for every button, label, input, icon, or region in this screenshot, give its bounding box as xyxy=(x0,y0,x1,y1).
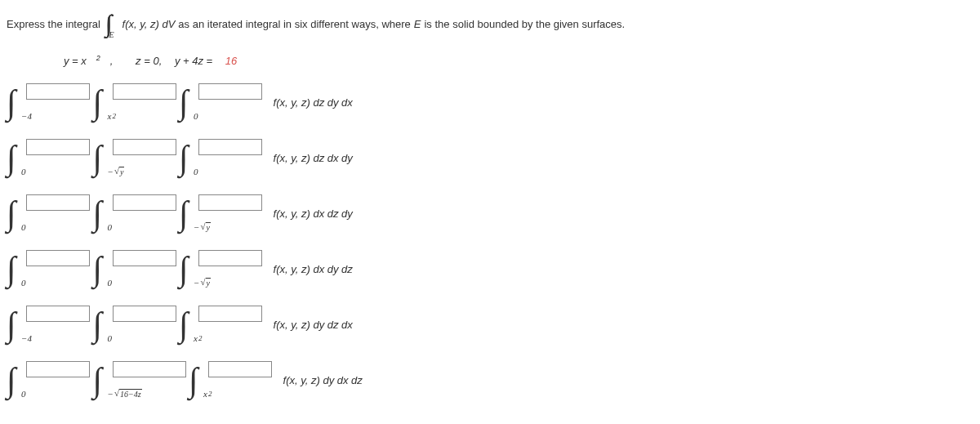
upper-limit-input[interactable] xyxy=(26,139,90,155)
integral-group: ∫0 xyxy=(7,252,88,286)
text-prefix: Express the integral xyxy=(7,18,100,30)
integral-sign-icon: ∫−y xyxy=(179,196,189,230)
lower-limit: −y xyxy=(194,278,211,288)
integral-sign-icon: ∫−4 xyxy=(7,85,16,119)
integral-sign-icon: ∫0 xyxy=(93,196,103,230)
integral-row: ∫0∫0∫−yf(x, y, z) dx dz dy xyxy=(7,196,973,230)
text-suffix: is the solid bounded by the given surfac… xyxy=(424,18,625,30)
upper-limit-input[interactable] xyxy=(208,361,272,377)
upper-limit-input[interactable] xyxy=(198,194,262,211)
upper-limit-input[interactable] xyxy=(26,83,90,100)
lower-limit: −16−4z xyxy=(108,389,142,399)
lower-limit: 0 xyxy=(108,223,113,232)
integral-sign-icon: ∫x2 xyxy=(93,85,103,119)
integral-sign-icon: ∫−y xyxy=(93,141,103,175)
upper-limit-input[interactable] xyxy=(113,83,176,100)
region-letter: E xyxy=(414,18,421,30)
upper-limit-input[interactable] xyxy=(113,139,176,155)
integral-group: ∫0 xyxy=(93,307,175,341)
integrand-order: f(x, y, z) dx dy dz xyxy=(274,263,353,275)
lower-limit: −y xyxy=(194,222,211,232)
integral-group: ∫x2 xyxy=(93,85,175,119)
integrand-order: f(x, y, z) dy dz dx xyxy=(274,319,353,331)
integrand: f(x, y, z) dV xyxy=(122,18,176,30)
integral-group: ∫0 xyxy=(179,141,261,175)
integral-group: ∫0 xyxy=(7,196,88,230)
integral-sign-icon: ∫x2 xyxy=(189,363,198,397)
lower-limit: −y xyxy=(108,167,125,176)
integral-group: ∫−4 xyxy=(7,85,88,119)
lower-limit: x2 xyxy=(108,112,116,121)
triple-integral-icon: ∫∫∫E xyxy=(105,10,106,38)
lower-limit: 0 xyxy=(194,167,198,176)
integral-sign-icon: ∫0 xyxy=(7,363,16,397)
integral-sign-icon: ∫−4 xyxy=(7,307,16,341)
integral-group: ∫x2 xyxy=(179,307,261,341)
upper-limit-input[interactable] xyxy=(113,250,176,266)
integral-group: ∫0 xyxy=(7,141,88,175)
upper-limit-input[interactable] xyxy=(113,306,176,322)
integral-row: ∫−4∫0∫x2f(x, y, z) dy dz dx xyxy=(7,307,973,341)
eq3: y + 4z = 16 xyxy=(175,55,247,67)
integral-group: ∫−y xyxy=(93,141,175,175)
lower-limit: 0 xyxy=(21,390,26,399)
integral-group: ∫0 xyxy=(179,85,261,119)
lower-limit: x2 xyxy=(194,334,202,343)
integral-row: ∫0∫−y∫0f(x, y, z) dz dx dy xyxy=(7,141,973,175)
lower-limit: 0 xyxy=(108,279,113,288)
integral-sign-icon: ∫x2 xyxy=(179,307,189,341)
integral-group: ∫0 xyxy=(7,363,88,397)
integral-row: ∫0∫0∫−yf(x, y, z) dx dy dz xyxy=(7,252,973,286)
upper-limit-input[interactable] xyxy=(198,83,262,100)
lower-limit: x2 xyxy=(203,390,212,399)
integrand-order: f(x, y, z) dy dx dz xyxy=(283,374,363,386)
lower-limit: 0 xyxy=(194,112,198,121)
integral-row: ∫−4∫x2∫0f(x, y, z) dz dy dx xyxy=(7,85,973,119)
integral-row: ∫0∫−16−4z∫x2f(x, y, z) dy dx dz xyxy=(7,363,973,397)
lower-limit: −4 xyxy=(21,334,32,343)
problem-statement: Express the integral ∫∫∫E f(x, y, z) dV … xyxy=(7,10,973,38)
upper-limit-input[interactable] xyxy=(198,306,262,322)
eq2: z = 0, xyxy=(136,55,162,67)
upper-limit-input[interactable] xyxy=(198,139,262,155)
upper-limit-input[interactable] xyxy=(113,361,186,377)
text-middle: as an iterated integral in six different… xyxy=(178,18,410,30)
upper-limit-input[interactable] xyxy=(26,194,90,211)
integral-sign-icon: ∫0 xyxy=(179,141,189,175)
integral-sign-icon: ∫0 xyxy=(7,252,16,286)
lower-limit: −4 xyxy=(21,112,32,121)
integral-sign-icon: ∫0 xyxy=(7,196,16,230)
upper-limit-input[interactable] xyxy=(26,306,90,322)
integral-group: ∫−4 xyxy=(7,307,88,341)
integral-group: ∫−y xyxy=(179,196,261,230)
integral-sign-icon: ∫0 xyxy=(93,307,103,341)
lower-limit: 0 xyxy=(21,167,26,176)
upper-limit-input[interactable] xyxy=(198,250,262,266)
integral-group: ∫−16−4z xyxy=(93,363,185,397)
upper-limit-input[interactable] xyxy=(26,250,90,266)
upper-limit-input[interactable] xyxy=(113,194,176,211)
integrand-order: f(x, y, z) dx dz dy xyxy=(274,208,353,220)
integral-sign-icon: ∫0 xyxy=(179,85,189,119)
integral-group: ∫0 xyxy=(93,252,175,286)
integral-group: ∫−y xyxy=(179,252,261,286)
eq1: y = x2, xyxy=(64,55,122,67)
integral-rows: ∫−4∫x2∫0f(x, y, z) dz dy dx∫0∫−y∫0f(x, y… xyxy=(7,85,973,397)
surface-equations: y = x2, z = 0, y + 4z = 16 xyxy=(64,54,973,67)
integral-sign-icon: ∫0 xyxy=(7,141,16,175)
integrand-order: f(x, y, z) dz dx dy xyxy=(274,152,353,164)
lower-limit: 0 xyxy=(21,223,26,232)
lower-limit: 0 xyxy=(108,334,113,343)
lower-limit: 0 xyxy=(21,279,26,288)
integral-sign-icon: ∫−16−4z xyxy=(93,363,103,397)
integrand-order: f(x, y, z) dz dy dx xyxy=(274,96,353,109)
integral-group: ∫x2 xyxy=(189,363,270,397)
integral-group: ∫0 xyxy=(93,196,175,230)
integral-sign-icon: ∫0 xyxy=(93,252,103,286)
integral-sign-icon: ∫−y xyxy=(179,252,189,286)
upper-limit-input[interactable] xyxy=(26,361,90,377)
